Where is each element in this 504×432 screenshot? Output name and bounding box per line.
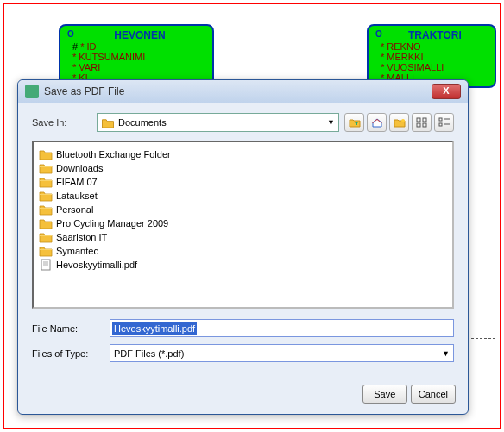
file-type-label: Files of Type: <box>32 348 110 359</box>
folder-item[interactable]: Symantec <box>37 244 449 258</box>
save-in-value: Documents <box>118 117 327 128</box>
file-name: Pro Cycling Manager 2009 <box>56 218 168 229</box>
file-name: Bluetooth Exchange Folder <box>56 149 171 160</box>
save-button[interactable]: Save <box>362 385 407 404</box>
dialog-title: Save as PDF File <box>44 85 432 97</box>
svg-rect-3 <box>417 123 420 127</box>
list-view-button[interactable] <box>412 113 432 132</box>
folder-item[interactable]: Bluetooth Exchange Folder <box>37 147 449 161</box>
file-item[interactable]: Hevoskyytimalli.pdf <box>37 258 449 272</box>
chevron-down-icon: ▼ <box>327 118 335 127</box>
svg-rect-2 <box>423 118 426 122</box>
grid-icon <box>416 117 428 128</box>
file-name: Personal <box>56 204 93 215</box>
file-type-dropdown[interactable]: PDF Files (*.pdf) ▼ <box>110 344 454 362</box>
folder-item[interactable]: Personal <box>37 203 449 216</box>
home-button[interactable] <box>367 113 387 132</box>
svg-rect-5 <box>439 118 442 121</box>
file-list[interactable]: Bluetooth Exchange FolderDownloadsFIFAM … <box>32 141 454 309</box>
details-view-button[interactable] <box>434 113 454 132</box>
entity-traktori: OTRAKTORI * REKNO * MERKKI * VUOSIMALLI … <box>367 24 496 88</box>
file-name: Downloads <box>56 163 103 173</box>
home-icon <box>371 117 383 128</box>
lock-icon: O <box>375 29 382 39</box>
lock-icon: O <box>67 29 74 39</box>
new-folder-button[interactable] <box>389 113 409 132</box>
file-name: Hevoskyytimalli.pdf <box>56 260 137 270</box>
titlebar[interactable]: Save as PDF File X <box>18 80 468 103</box>
chevron-down-icon: ▼ <box>442 349 450 358</box>
folder-item[interactable]: FIFAM 07 <box>37 175 449 189</box>
entity-title: HEVONEN <box>114 29 165 41</box>
svg-rect-9 <box>41 260 50 270</box>
save-in-label: Save In: <box>32 117 97 128</box>
folder-item[interactable]: Saariston IT <box>37 230 449 244</box>
svg-rect-1 <box>417 118 420 122</box>
folder-item[interactable]: Pro Cycling Manager 2009 <box>37 216 449 230</box>
file-name-label: File Name: <box>32 323 110 334</box>
file-name-input[interactable]: Hevoskyytimalli.pdf <box>110 319 454 337</box>
folder-up-icon <box>349 117 361 128</box>
folder-icon <box>101 117 115 128</box>
svg-point-0 <box>401 119 405 122</box>
app-icon <box>25 85 39 98</box>
cancel-button[interactable]: Cancel <box>411 385 456 404</box>
details-icon <box>438 117 450 128</box>
save-in-dropdown[interactable]: Documents ▼ <box>97 113 339 132</box>
svg-rect-7 <box>439 123 442 126</box>
file-name: Saariston IT <box>56 232 107 242</box>
close-button[interactable]: X <box>432 84 461 99</box>
file-type-value: PDF Files (*.pdf) <box>114 348 442 359</box>
entity-title: TRAKTORI <box>408 29 462 41</box>
file-name: Lataukset <box>56 191 98 201</box>
folder-new-icon <box>394 117 406 128</box>
connector-line <box>471 338 495 339</box>
file-name: Symantec <box>56 246 98 256</box>
save-pdf-dialog: Save as PDF File X Save In: Documents ▼ … <box>17 79 469 415</box>
file-name: FIFAM 07 <box>56 177 98 187</box>
up-folder-button[interactable] <box>344 113 364 132</box>
entity-hevonen: OHEVONEN # * ID * KUTSUMANIMI * VARI * K… <box>59 24 214 88</box>
svg-rect-4 <box>423 123 426 127</box>
folder-item[interactable]: Downloads <box>37 161 449 175</box>
folder-item[interactable]: Lataukset <box>37 189 449 203</box>
